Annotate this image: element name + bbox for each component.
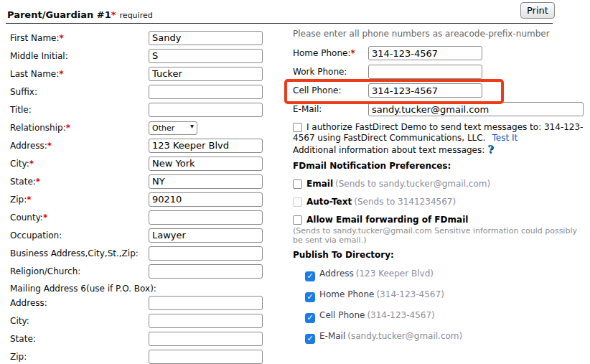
- required-asterisk: *: [47, 141, 52, 151]
- directory-email-checkbox[interactable]: ✓: [305, 334, 315, 344]
- directory-option-address: ✓Address(123 Keeper Blvd): [305, 269, 589, 281]
- last-name-input[interactable]: [149, 67, 263, 81]
- required-asterisk: *: [59, 69, 63, 79]
- state-input[interactable]: [149, 174, 263, 189]
- form-row-mailing-address-heading: Mailing Address 6(use if P.O. Box):: [10, 280, 287, 294]
- check-icon: ✓: [306, 272, 314, 281]
- page-title-text: Parent/Guardian #1: [7, 9, 111, 20]
- required-note: required: [120, 11, 153, 20]
- middle-initial-input[interactable]: [149, 49, 263, 63]
- check-icon: ✓: [306, 293, 314, 302]
- check-icon: ✓: [306, 335, 314, 343]
- home-phone-input[interactable]: [368, 46, 482, 60]
- form-row-relationship: Relationship:* Other ▾: [10, 118, 287, 136]
- authorize-text-checkbox[interactable]: [293, 123, 302, 132]
- first-name-input[interactable]: [149, 31, 263, 45]
- relationship-select-wrap: Other ▾: [149, 120, 197, 135]
- required-asterisk: *: [27, 195, 31, 205]
- relationship-label: Relationship:*: [10, 123, 149, 133]
- page-title: Parent/Guardian #1*required: [7, 9, 153, 20]
- fdmail-autotext-label: Auto-Text: [306, 197, 352, 207]
- zip-label: Zip:*: [10, 195, 149, 205]
- directory-address-note: (123 Keeper Blvd): [356, 269, 434, 279]
- form-row-home-phone: Home Phone:*: [293, 44, 589, 62]
- form-row-zip: Zip:*: [10, 190, 287, 208]
- fdmail-email-label: Email: [306, 179, 333, 189]
- fdmail-forwarding-note: (Sends to sandy.tucker@gmail.com Sensiti…: [293, 226, 589, 245]
- mailing-address-input[interactable]: [149, 296, 263, 310]
- email-input[interactable]: [368, 102, 584, 116]
- fdmail-forwarding-label: Allow Email forwarding of FDmail: [306, 215, 468, 225]
- contact-preferences-panel: Please enter all phone numbers as areaco…: [293, 29, 589, 344]
- state-label: State:*: [10, 177, 149, 187]
- required-asterisk: *: [43, 213, 47, 223]
- publish-directory-options: ✓Address(123 Keeper Blvd) ✓Home Phone(31…: [305, 269, 589, 344]
- form-row-mailing-zip: Zip:: [10, 347, 287, 364]
- header-divider: [6, 23, 553, 24]
- phone-format-hint: Please enter all phone numbers as areaco…: [293, 29, 589, 40]
- home-phone-label: Home Phone:*: [293, 48, 368, 58]
- check-icon: ✓: [306, 314, 314, 322]
- text-message-info-text: Additional information about text messag…: [293, 145, 484, 155]
- mailing-address-label: Address:: [10, 298, 149, 308]
- county-label: County:*: [10, 213, 149, 223]
- business-address-input[interactable]: [149, 246, 263, 261]
- relationship-select[interactable]: Other: [149, 121, 197, 135]
- city-input[interactable]: [149, 157, 263, 171]
- mailing-zip-input[interactable]: [149, 350, 263, 364]
- form-row-city: City:*: [10, 154, 287, 172]
- form-row-occupation: Occupation:: [10, 226, 287, 244]
- fdmail-forwarding-checkbox[interactable]: [293, 215, 302, 225]
- form-row-address: Address:*: [10, 136, 287, 154]
- fdmail-autotext-checkbox: [293, 197, 302, 207]
- fdmail-option-auto-text: Auto-Text(Sends to 3141234567): [293, 197, 589, 207]
- occupation-label: Occupation:: [10, 230, 149, 241]
- suffix-input[interactable]: [149, 85, 263, 99]
- zip-input[interactable]: [149, 192, 263, 207]
- mailing-city-label: City:: [10, 316, 149, 326]
- county-input[interactable]: [149, 210, 263, 225]
- directory-home-phone-checkbox[interactable]: ✓: [305, 292, 315, 302]
- title-input[interactable]: [149, 103, 263, 117]
- fdmail-email-checkbox[interactable]: [293, 179, 302, 189]
- required-asterisk: *: [111, 9, 116, 20]
- fdmail-autotext-note: (Sends to 3141234567): [354, 197, 456, 207]
- form-row-cell-phone: Cell Phone:: [293, 81, 589, 100]
- religion-church-input[interactable]: [149, 264, 263, 279]
- directory-address-checkbox[interactable]: ✓: [305, 271, 315, 281]
- help-question-icon[interactable]: ?: [487, 144, 493, 155]
- mailing-state-input[interactable]: [149, 332, 263, 346]
- directory-home-phone-label: Home Phone: [319, 289, 374, 299]
- form-row-work-phone: Work Phone:: [293, 62, 589, 81]
- work-phone-label: Work Phone:: [293, 67, 368, 77]
- publish-directory-heading: Publish To Directory:: [293, 250, 589, 261]
- business-address-label: Business Address,City,St.,Zip:: [10, 248, 149, 258]
- cell-phone-input[interactable]: [368, 83, 482, 98]
- directory-option-home-phone: ✓Home Phone(314-123-4567): [305, 289, 589, 302]
- religion-church-label: Religion/Church:: [10, 266, 149, 276]
- title-label: Title:: [10, 105, 149, 115]
- test-it-link[interactable]: Test It: [492, 133, 518, 143]
- form-row-middle-initial: Middle Initial:: [10, 47, 287, 65]
- text-message-info-line: Additional information about text messag…: [293, 144, 589, 156]
- form-row-last-name: Last Name:*: [10, 65, 287, 83]
- print-button[interactable]: Print: [520, 2, 555, 19]
- suffix-label: Suffix:: [10, 87, 149, 97]
- first-name-label: First Name:*: [10, 33, 149, 43]
- middle-initial-label: Middle Initial:: [10, 51, 149, 61]
- form-row-mailing-state: State:: [10, 330, 287, 347]
- mailing-city-input[interactable]: [149, 314, 263, 328]
- fdmail-option-forwarding: Allow Email forwarding of FDmail (Sends …: [293, 215, 589, 245]
- directory-option-cell-phone: ✓Cell Phone(314-123-4567): [305, 310, 589, 323]
- directory-email-label: E-Mail: [319, 331, 345, 341]
- directory-cell-phone-checkbox[interactable]: ✓: [305, 313, 315, 323]
- required-asterisk: *: [66, 123, 70, 133]
- work-phone-input[interactable]: [368, 65, 482, 79]
- fdmail-email-note: (Sends to sandy.tucker@gmail.com): [335, 179, 490, 189]
- last-name-label: Last Name:*: [10, 69, 149, 79]
- form-row-first-name: First Name:*: [10, 29, 287, 47]
- fdmail-option-email: Email(Sends to sandy.tucker@gmail.com): [293, 179, 589, 190]
- occupation-input[interactable]: [149, 228, 263, 243]
- email-label: E-Mail:: [293, 104, 368, 114]
- address-input[interactable]: [149, 139, 263, 153]
